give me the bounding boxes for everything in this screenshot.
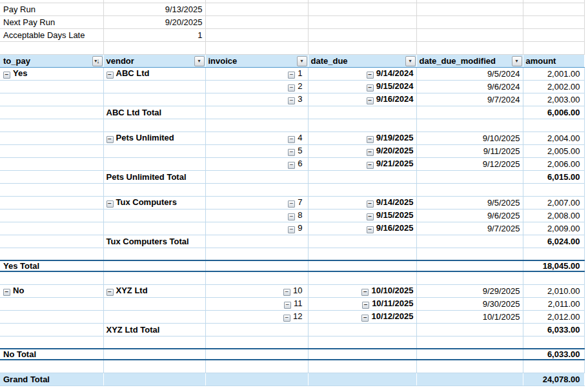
cell-date_due_modified[interactable]: 9/10/2025 [416, 132, 523, 144]
empty-cell[interactable] [103, 80, 205, 93]
cell-invoice[interactable]: −8 [205, 209, 308, 222]
collapse-toggle-icon[interactable]: − [106, 72, 114, 79]
empty-cell[interactable] [0, 222, 103, 235]
empty-cell[interactable] [416, 323, 523, 336]
empty-cell[interactable] [103, 183, 205, 196]
cell-date_due_modified[interactable]: 9/12/2025 [416, 157, 523, 170]
empty-cell[interactable] [416, 271, 523, 284]
cell-vendor[interactable]: 1 [103, 28, 205, 41]
empty-cell[interactable] [0, 170, 103, 183]
cell-date_due_modified[interactable]: 10/1/2025 [416, 310, 523, 323]
cell-vendor[interactable]: −Pets Unlimited [103, 132, 205, 144]
header-cell-amount[interactable]: amount [523, 54, 584, 67]
cell-invoice[interactable]: −4 [205, 132, 308, 144]
cell-date_due[interactable]: −9/19/2025 [308, 132, 416, 144]
empty-cell[interactable] [308, 15, 416, 28]
empty-cell[interactable] [416, 106, 523, 119]
collapse-toggle-icon[interactable]: − [367, 84, 374, 92]
cell-date_due[interactable]: −9/21/2025 [308, 157, 416, 170]
collapse-toggle-icon[interactable]: − [288, 226, 295, 233]
empty-cell[interactable] [308, 3, 416, 15]
cell-amount[interactable]: 2,007.00 [523, 196, 584, 209]
empty-cell[interactable] [308, 271, 416, 284]
empty-cell[interactable] [308, 106, 416, 119]
empty-cell[interactable] [523, 271, 584, 284]
cell-vendor[interactable]: −Tux Computers [103, 196, 205, 209]
cell-vendor[interactable]: 9/13/2025 [103, 3, 205, 15]
cell-amount[interactable]: 18,045.00 [523, 260, 584, 271]
empty-cell[interactable] [0, 41, 103, 54]
cell-amount[interactable]: 2,003.00 [523, 93, 584, 106]
empty-cell[interactable] [308, 336, 416, 349]
empty-cell[interactable] [308, 360, 416, 373]
empty-cell[interactable] [0, 106, 103, 119]
cell-to_pay[interactable]: No Total [0, 349, 103, 360]
empty-cell[interactable] [103, 157, 205, 170]
collapse-toggle-icon[interactable]: − [106, 136, 114, 143]
collapse-toggle-icon[interactable]: − [362, 302, 369, 309]
empty-cell[interactable] [0, 183, 103, 196]
empty-cell[interactable] [103, 373, 205, 385]
empty-cell[interactable] [0, 310, 103, 323]
cell-date_due[interactable]: −9/14/2024 [308, 67, 416, 80]
empty-cell[interactable] [103, 360, 205, 373]
collapse-toggle-icon[interactable]: − [367, 162, 374, 169]
cell-date_due_modified[interactable]: 9/11/2025 [416, 144, 523, 157]
empty-cell[interactable] [416, 349, 523, 360]
empty-cell[interactable] [308, 235, 416, 248]
empty-cell[interactable] [103, 144, 205, 157]
empty-cell[interactable] [308, 248, 416, 260]
empty-cell[interactable] [0, 80, 103, 93]
collapse-toggle-icon[interactable]: − [288, 136, 295, 143]
empty-cell[interactable] [308, 41, 416, 54]
cell-date_due[interactable]: −10/10/2025 [308, 284, 416, 297]
empty-cell[interactable] [308, 119, 416, 132]
header-cell-to_pay[interactable]: to_pay▾↓ [0, 54, 103, 67]
empty-cell[interactable] [416, 336, 523, 349]
empty-cell[interactable] [205, 183, 308, 196]
cell-amount[interactable]: 2,012.00 [523, 310, 584, 323]
collapse-toggle-icon[interactable]: − [283, 289, 290, 296]
empty-cell[interactable] [416, 170, 523, 183]
collapse-toggle-icon[interactable]: − [106, 289, 114, 296]
cell-amount[interactable]: 2,008.00 [523, 209, 584, 222]
collapse-toggle-icon[interactable]: − [361, 289, 369, 296]
to_pay-sort-filter-button[interactable]: ▾↓ [92, 56, 103, 66]
empty-cell[interactable] [0, 323, 103, 336]
empty-cell[interactable] [103, 119, 205, 132]
empty-cell[interactable] [103, 260, 205, 271]
empty-cell[interactable] [0, 209, 103, 222]
collapse-toggle-icon[interactable]: − [288, 149, 295, 156]
cell-vendor[interactable]: −ABC Ltd [103, 67, 205, 80]
empty-cell[interactable] [416, 183, 523, 196]
collapse-toggle-icon[interactable]: − [288, 162, 295, 169]
empty-cell[interactable] [0, 119, 103, 132]
cell-invoice[interactable]: −1 [205, 67, 308, 80]
cell-date_due[interactable]: −9/15/2025 [308, 209, 416, 222]
empty-cell[interactable] [523, 41, 584, 54]
empty-cell[interactable] [103, 222, 205, 235]
cell-amount[interactable]: 2,010.00 [523, 284, 584, 297]
collapse-toggle-icon[interactable]: − [367, 72, 374, 79]
empty-cell[interactable] [523, 3, 584, 15]
empty-cell[interactable] [103, 349, 205, 360]
empty-cell[interactable] [0, 93, 103, 106]
empty-cell[interactable] [205, 373, 308, 385]
empty-cell[interactable] [416, 41, 523, 54]
empty-cell[interactable] [205, 271, 308, 284]
cell-date_due[interactable]: −9/16/2024 [308, 93, 416, 106]
cell-date_due_modified[interactable]: 9/29/2025 [416, 284, 523, 297]
vendor-filter-button[interactable]: ▾ [194, 56, 205, 66]
cell-amount[interactable]: 6,024.00 [523, 235, 584, 248]
empty-cell[interactable] [523, 248, 584, 260]
empty-cell[interactable] [416, 119, 523, 132]
empty-cell[interactable] [205, 360, 308, 373]
cell-date_due[interactable]: −10/12/2025 [308, 310, 416, 323]
empty-cell[interactable] [103, 209, 205, 222]
cell-invoice[interactable]: −2 [205, 80, 308, 93]
cell-date_due_modified[interactable]: 9/7/2024 [416, 93, 523, 106]
cell-date_due_modified[interactable]: 9/5/2024 [416, 67, 523, 80]
collapse-toggle-icon[interactable]: − [284, 302, 291, 309]
cell-amount[interactable]: 2,004.00 [523, 132, 584, 144]
collapse-toggle-icon[interactable]: − [367, 149, 374, 156]
